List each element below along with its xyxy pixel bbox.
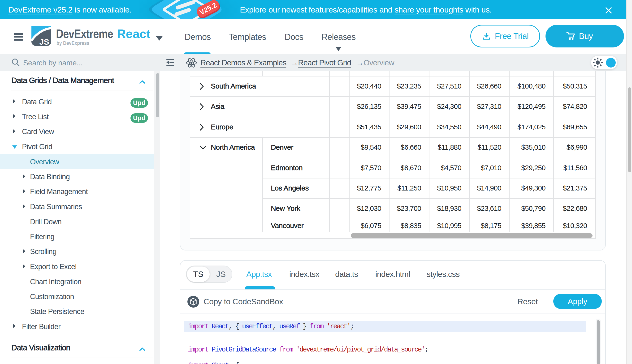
svg-text:JS: JS	[39, 37, 49, 46]
